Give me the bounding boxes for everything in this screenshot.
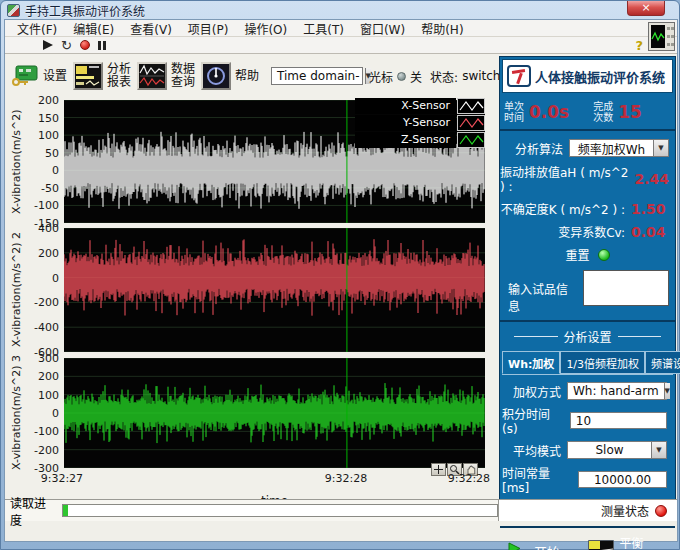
progress-label: 读取进度	[10, 494, 58, 528]
pause-icon[interactable]	[98, 41, 106, 50]
cv-value: 0.04	[631, 224, 669, 240]
y-tick-label: -50	[41, 181, 59, 194]
single-time-value: 0.0s	[529, 102, 569, 122]
context-help-icon[interactable]: ?	[635, 38, 643, 53]
data-query-button[interactable]: 数据查询	[137, 62, 195, 90]
y-tick-label: 200	[38, 246, 59, 259]
client-area: 文件(F)编辑(E)查看(V)项目(P)操作(O)工具(T)窗口(W)帮助(H)…	[4, 19, 678, 542]
vi-buttons	[667, 25, 674, 48]
integration-time-input[interactable]: 10	[570, 412, 667, 429]
y-axis-ticks: 4002000-200-400-600	[24, 228, 62, 352]
plot-area-y[interactable]	[64, 228, 485, 352]
panel-header: 人体接触振动评价系统	[502, 59, 673, 93]
algorithm-select[interactable]: 频率加权Wh ▼	[569, 139, 669, 157]
reset-led-button[interactable]	[598, 249, 610, 261]
y-axis-label: X-vibration(m/s^2) 2	[9, 228, 24, 352]
settings-button[interactable]: 设置	[11, 64, 67, 88]
analysis-settings-divider: 分析设置	[500, 322, 675, 349]
panel-logo-icon	[507, 65, 531, 87]
progress-section: 读取进度	[5, 500, 499, 521]
waveform-charts: X-vibration(m/s^2) 200150100500-50-100-1…	[7, 96, 495, 516]
title-bar[interactable]: 手持工具振动评价系统 ×	[1, 1, 679, 19]
menu-item[interactable]: 编辑(E)	[65, 20, 122, 37]
plot-area-z[interactable]	[64, 358, 485, 468]
y-tick-label: 400	[38, 222, 59, 235]
menu-item[interactable]: 操作(O)	[236, 20, 295, 37]
domain-select[interactable]: Time domain- ▼	[271, 67, 363, 85]
menu-item[interactable]: 项目(P)	[180, 20, 237, 37]
cursor-state: 关	[410, 68, 422, 85]
waveform-y-sensor	[64, 239, 484, 316]
menu-item[interactable]: 工具(T)	[295, 20, 352, 37]
close-button[interactable]: ×	[627, 1, 665, 16]
menu-item[interactable]: 文件(F)	[9, 20, 65, 37]
k-value: 1.50	[631, 201, 669, 217]
weight-mode-label: 加权方式	[513, 383, 561, 400]
evaluation-panel: 人体接触振动评价系统 单次时间 0.0s 完成次数 15 分析算法 频率加权Wh…	[499, 56, 676, 516]
ah-label: 振动排放值aH ( m/s^2 ) :	[500, 163, 628, 194]
settings-icon	[11, 64, 39, 88]
analysis-settings-tabs: Wh:加权1/3倍频程加权频谱设置	[500, 349, 675, 374]
y-tick-label: -100	[34, 425, 59, 438]
sample-info-input[interactable]	[583, 270, 669, 306]
plot-legend: X-SensorY-SensorZ-Sensor	[355, 98, 485, 149]
start-button[interactable]: 开始	[506, 538, 588, 550]
y-tick-label: 300	[38, 352, 59, 365]
tab-content: 加权方式 Wh: hand-arm ▼ 积分时间(s) 10 平均模式 Slo	[502, 374, 673, 498]
start-icon	[506, 542, 528, 550]
menu-item[interactable]: 帮助(H)	[413, 20, 471, 37]
y-tick-label: 100	[38, 388, 59, 401]
y-tick-label: -400	[34, 321, 59, 334]
read-progress-bar	[62, 504, 498, 517]
measure-status-label: 测量状态	[601, 502, 649, 519]
chevron-down-icon: ▼	[653, 140, 668, 156]
tab-2[interactable]: 频谱设置	[645, 351, 680, 374]
panel-title: 人体接触振动评价系统	[535, 67, 665, 86]
y-tick-label: -200	[34, 296, 59, 309]
balance-zero-button[interactable]: 平衡清零	[588, 538, 670, 550]
run-icon[interactable]	[43, 40, 53, 50]
app-toolbar: 设置 分析报表	[11, 58, 530, 94]
menu-item[interactable]: 窗口(W)	[352, 20, 413, 37]
menu-item[interactable]: 查看(V)	[122, 20, 180, 37]
data-query-icon	[137, 62, 167, 90]
avg-mode-label: 平均模式	[513, 442, 561, 459]
vi-panel-icon	[648, 22, 675, 51]
y-tick-label: 0	[52, 271, 59, 284]
time-constant-input[interactable]: 10000.00	[578, 471, 667, 488]
y-tick-label: 200	[38, 94, 59, 107]
measure-status-led	[655, 505, 667, 517]
help-button[interactable]: 帮助	[201, 62, 259, 90]
weight-mode-select[interactable]: Wh: hand-arm ▼	[567, 382, 667, 400]
measure-status-section: 测量状态	[499, 500, 677, 521]
legend-item[interactable]: X-Sensor	[355, 98, 485, 114]
analysis-report-icon	[73, 62, 103, 90]
y-axis-ticks: 3002001000-100-200-300	[24, 358, 62, 468]
cursor-led[interactable]	[397, 72, 406, 81]
analysis-report-button[interactable]: 分析报表	[73, 62, 131, 90]
count-value: 15	[618, 102, 642, 122]
reset-label: 重置	[565, 246, 589, 263]
status-bar: 读取进度 测量状态	[5, 499, 677, 521]
tab-1[interactable]: 1/3倍频程加权	[560, 351, 645, 374]
abort-icon[interactable]	[80, 40, 90, 50]
y-axis-ticks: 200150100500-50-100-150	[24, 100, 62, 223]
k-label: 不确定度K ( m/s^2 ) :	[501, 200, 625, 217]
avg-mode-select[interactable]: Slow ▼	[567, 441, 667, 459]
balance-zero-icon	[588, 540, 614, 550]
chevron-down-icon: ▼	[651, 442, 666, 458]
menu-bar: 文件(F)编辑(E)查看(V)项目(P)操作(O)工具(T)窗口(W)帮助(H)	[5, 20, 677, 37]
work-area: 设置 分析报表	[5, 54, 677, 521]
status-label: 状态:	[430, 68, 458, 85]
legend-item[interactable]: Z-Sensor	[355, 132, 485, 148]
cv-label: 变异系数Cv:	[558, 223, 625, 240]
ah-value: 2.44	[634, 171, 669, 187]
continuous-run-icon[interactable]: ↻	[61, 40, 72, 51]
time-count-row: 单次时间 0.0s 完成次数 15	[500, 95, 675, 131]
y-axis-label: X-vibration(m/s^2)	[9, 100, 24, 223]
chevron-down-icon: ▼	[664, 383, 670, 399]
app-icon	[7, 4, 20, 17]
legend-item[interactable]: Y-Sensor	[355, 115, 485, 131]
tab-0[interactable]: Wh:加权	[502, 351, 560, 374]
y-tick-label: 0	[52, 407, 59, 420]
